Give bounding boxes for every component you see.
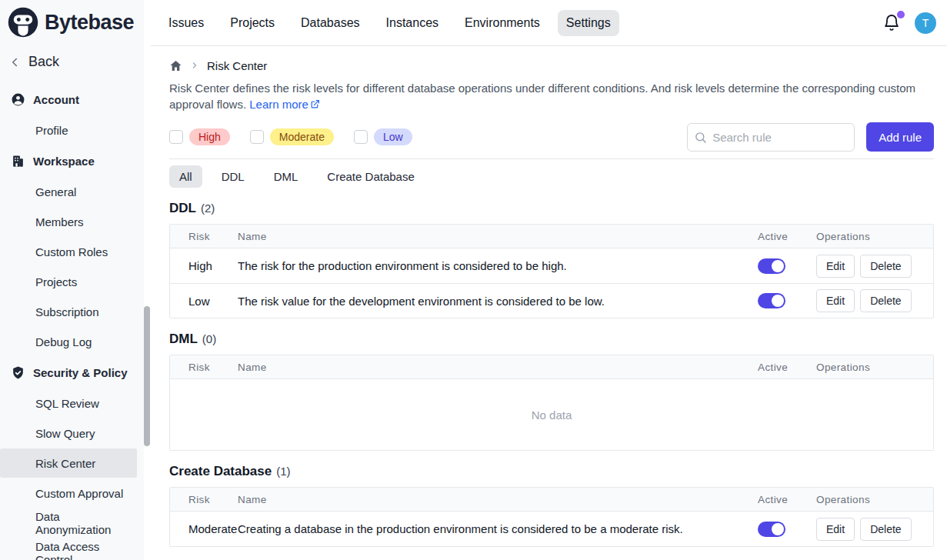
risk-badge-moderate: Moderate [270, 128, 334, 145]
sidebar-item-custom-approval[interactable]: Custom Approval [0, 478, 137, 508]
tab-create-database[interactable]: Create Database [317, 165, 424, 188]
rule-name: The risk value for the development envir… [238, 295, 758, 308]
section-title-dml: DML(0) [169, 332, 934, 347]
active-toggle[interactable] [758, 293, 785, 308]
sidebar-item-members[interactable]: Members [0, 207, 137, 236]
column-header-operations: Operations [816, 362, 933, 373]
filter-checkbox-high[interactable] [169, 130, 183, 144]
sidebar-item-projects[interactable]: Projects [0, 267, 137, 296]
active-toggle[interactable] [758, 522, 785, 537]
avatar[interactable]: T [915, 12, 936, 34]
notifications-button[interactable] [881, 12, 902, 34]
rule-row: LowThe risk value for the development en… [170, 283, 933, 318]
column-header-active: Active [758, 231, 816, 242]
sidebar-item-subscription[interactable]: Subscription [0, 297, 137, 326]
tab-all[interactable]: All [169, 165, 202, 188]
sidebar-scrollbar[interactable] [144, 306, 150, 446]
bytebase-logo-icon [7, 6, 39, 38]
app-root: Bytebase Back AccountProfileWorkspaceGen… [0, 0, 947, 560]
topbar: IssuesProjectsDatabasesInstancesEnvironm… [151, 0, 947, 46]
filter-low[interactable]: Low [354, 128, 412, 145]
nav-databases[interactable]: Databases [292, 10, 368, 36]
edit-button[interactable]: Edit [816, 255, 855, 278]
sidebar-section-account: Account [0, 84, 151, 115]
column-header-active: Active [758, 362, 816, 373]
user-circle-icon [11, 92, 25, 107]
shield-check-icon [11, 365, 25, 380]
sidebar-item-slow-query[interactable]: Slow Query [0, 418, 137, 448]
table-header-row: RiskNameActiveOperations [170, 488, 933, 512]
learn-more-link[interactable]: Learn more [249, 98, 320, 111]
nav-environments[interactable]: Environments [456, 10, 549, 36]
section-title-ddl: DDL(2) [169, 201, 934, 216]
edit-button[interactable]: Edit [816, 518, 855, 541]
section-count: (0) [202, 332, 216, 345]
sidebar-item-risk-center[interactable]: Risk Center [0, 448, 137, 478]
rule-row: HighThe risk for the production environm… [170, 248, 933, 283]
toggle-knob [772, 523, 784, 535]
home-icon[interactable] [169, 59, 182, 72]
avatar-initial: T [922, 17, 929, 29]
rule-risk-level: Low [170, 295, 238, 308]
sidebar-item-sql-review[interactable]: SQL Review [0, 388, 137, 418]
delete-button[interactable]: Delete [860, 518, 911, 541]
nav-instances[interactable]: Instances [378, 10, 447, 36]
table-header-row: RiskNameActiveOperations [170, 225, 933, 248]
rule-table-dml: RiskNameActiveOperationsNo data [169, 355, 934, 451]
tab-dml[interactable]: DML [264, 165, 308, 188]
tab-ddl[interactable]: DDL [212, 165, 255, 188]
chevron-right-icon [190, 61, 199, 70]
section-name: DDL [169, 201, 196, 216]
sidebar-item-general[interactable]: General [0, 177, 137, 206]
sidebar-section-label: Security & Policy [33, 366, 128, 379]
building-icon [11, 154, 25, 168]
column-header-name: Name [238, 362, 758, 373]
edit-button[interactable]: Edit [816, 289, 855, 312]
sidebar-item-data-anonymization[interactable]: Data Anonymization [0, 508, 137, 538]
filter-checkbox-moderate[interactable] [250, 130, 264, 144]
toggle-knob [772, 295, 784, 307]
column-header-risk: Risk [170, 231, 238, 242]
column-header-name: Name [238, 494, 758, 505]
delete-button[interactable]: Delete [860, 255, 911, 278]
filter-high[interactable]: High [169, 128, 230, 145]
filter-checkbox-low[interactable] [354, 130, 368, 144]
nav-issues[interactable]: Issues [160, 10, 212, 36]
column-header-risk: Risk [170, 362, 238, 373]
rule-table-create-database: RiskNameActiveOperationsModerateCreating… [169, 487, 934, 547]
rule-active-cell [758, 522, 816, 537]
table-header-row: RiskNameActiveOperations [170, 355, 933, 379]
sidebar-item-debug-log[interactable]: Debug Log [0, 327, 137, 356]
back-button[interactable]: Back [0, 42, 151, 78]
sidebar-section-label: Workspace [33, 155, 95, 168]
search-rule-input[interactable] [687, 123, 855, 152]
rule-name: The risk for the production environment … [238, 259, 758, 272]
chevron-left-icon [8, 55, 22, 69]
notification-dot [897, 11, 905, 18]
rule-row: ModerateCreating a database in the produ… [170, 512, 933, 546]
active-toggle[interactable] [758, 258, 785, 274]
section-title-create-database: Create Database(1) [169, 464, 934, 479]
rule-operations: EditDelete [816, 255, 933, 278]
sidebar-item-custom-roles[interactable]: Custom Roles [0, 237, 137, 266]
nav-settings[interactable]: Settings [558, 10, 619, 36]
sidebar-item-profile[interactable]: Profile [0, 115, 137, 145]
filter-toolbar: HighModerateLow Add rule [169, 122, 934, 159]
section-count: (2) [201, 202, 215, 215]
sidebar-section-security-policy: Security & Policy [0, 357, 151, 388]
sidebar-nav: AccountProfileWorkspaceGeneralMembersCus… [0, 78, 151, 560]
bytebase-logo[interactable]: Bytebase [0, 0, 151, 42]
filter-moderate[interactable]: Moderate [250, 128, 334, 145]
section-create-database: Create Database(1)RiskNameActiveOperatio… [169, 464, 934, 547]
category-tabs: AllDDLDMLCreate Database [169, 165, 934, 188]
nav-projects[interactable]: Projects [222, 10, 283, 36]
topbar-right: T [881, 12, 936, 34]
column-header-risk: Risk [170, 494, 238, 505]
rule-sections: DDL(2)RiskNameActiveOperationsHighThe ri… [169, 201, 934, 547]
sidebar-item-data-access-control[interactable]: Data Access Control [0, 538, 137, 560]
delete-button[interactable]: Delete [860, 289, 911, 312]
rule-operations: EditDelete [816, 289, 933, 312]
search-rule-box [687, 123, 855, 152]
risk-center-page: Risk Center Risk Center defines the risk… [151, 46, 947, 547]
add-rule-button[interactable]: Add rule [866, 122, 934, 152]
